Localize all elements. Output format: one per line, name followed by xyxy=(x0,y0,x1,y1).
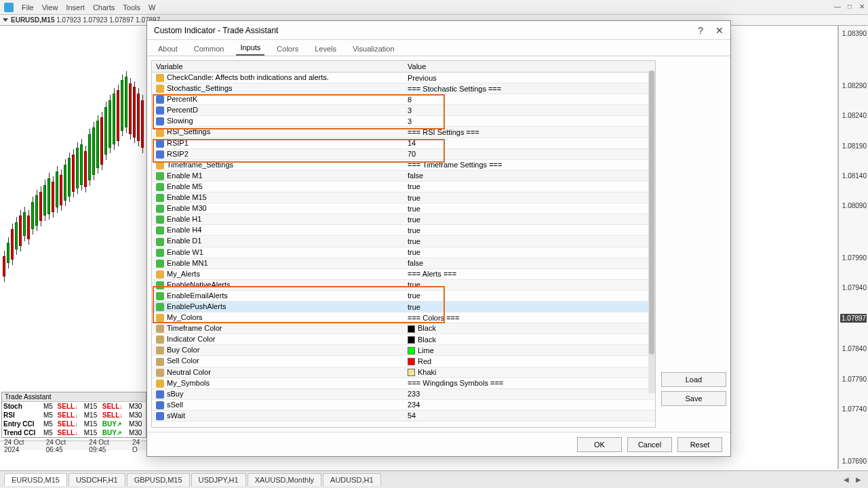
param-row[interactable]: RSI_Settings === RSI Settings === xyxy=(152,127,655,138)
type-icon xyxy=(156,346,164,354)
type-icon xyxy=(156,194,164,202)
tab-xauusd-monthly[interactable]: XAUUSD,Monthly xyxy=(248,473,321,486)
type-icon xyxy=(156,216,164,224)
param-row[interactable]: EnablePushAlerts true xyxy=(152,301,655,312)
type-icon xyxy=(156,380,164,388)
maximize-icon[interactable]: □ xyxy=(844,0,856,12)
menu-tools[interactable]: Tools xyxy=(123,3,140,12)
type-icon xyxy=(156,292,164,300)
param-row[interactable]: Stochastic_Settings === Stochastic Setti… xyxy=(152,83,655,94)
reset-button[interactable]: Reset xyxy=(677,437,722,452)
main-menubar: FileViewInsertChartsToolsW xyxy=(0,0,868,15)
cancel-button[interactable]: Cancel xyxy=(627,437,672,452)
type-icon xyxy=(156,358,164,366)
symbol-label: EURUSD,M15 xyxy=(11,16,54,24)
type-icon xyxy=(156,325,164,333)
param-row[interactable]: PercentK 8 xyxy=(152,94,655,105)
param-row[interactable]: Enable M30 true xyxy=(152,203,655,214)
type-icon xyxy=(156,281,164,289)
minimize-icon[interactable]: — xyxy=(831,0,844,12)
type-icon xyxy=(156,85,164,93)
dlgtab-inputs[interactable]: Inputs xyxy=(236,41,264,56)
col-value[interactable]: Value xyxy=(403,61,655,73)
param-row[interactable]: Indicator Color Black xyxy=(152,334,655,345)
dlgtab-visualization[interactable]: Visualization xyxy=(349,42,399,56)
tab-scroll-right-icon[interactable]: ▶ xyxy=(853,474,864,485)
type-icon xyxy=(156,303,164,311)
save-button[interactable]: Save xyxy=(661,391,726,406)
param-row[interactable]: PercentD 3 xyxy=(152,105,655,116)
dropdown-icon[interactable] xyxy=(3,18,8,22)
param-row[interactable]: sWait 54 xyxy=(152,410,655,421)
type-icon xyxy=(156,238,164,246)
dlgtab-colors[interactable]: Colors xyxy=(273,42,302,56)
param-row[interactable]: My_Colors === Colors === xyxy=(152,312,655,323)
tab-usdjpy-h1[interactable]: USDJPY,H1 xyxy=(191,473,246,486)
dlgtab-common[interactable]: Common xyxy=(190,42,229,56)
menu-charts[interactable]: Charts xyxy=(93,3,115,12)
y-axis: 1.083901.082901.082401.081901.081401.080… xyxy=(838,26,868,469)
param-row[interactable]: Neutral Color Khaki xyxy=(152,367,655,378)
menu-view[interactable]: View xyxy=(42,3,58,12)
indicator-panel-title: Trade Assistant xyxy=(2,392,146,402)
param-row[interactable]: RSIP1 14 xyxy=(152,138,655,148)
tab-usdchf-h1[interactable]: USDCHF,H1 xyxy=(68,473,125,486)
dialog-titlebar[interactable]: Custom Indicator - Trade Assistant ? ✕ xyxy=(147,21,730,40)
menu-insert[interactable]: Insert xyxy=(66,3,85,12)
type-icon xyxy=(156,401,164,409)
type-icon xyxy=(156,172,164,180)
param-row[interactable]: EnableNativeAlerts true xyxy=(152,279,655,290)
param-row[interactable]: sBuy 233 xyxy=(152,388,655,399)
dialog-title: Custom Indicator - Trade Assistant xyxy=(154,26,278,35)
menu-w[interactable]: W xyxy=(149,3,155,12)
indicator-dialog: Custom Indicator - Trade Assistant ? ✕ A… xyxy=(146,20,731,457)
param-row[interactable]: Enable H1 true xyxy=(152,214,655,225)
scrollbar[interactable] xyxy=(648,70,655,393)
param-row[interactable]: Timeframe Color Black xyxy=(152,323,655,334)
indicator-row: Trend CCI M5SELL M15BUY M30 xyxy=(2,428,146,437)
type-icon xyxy=(156,96,164,104)
window-controls: — □ ✕ xyxy=(831,0,868,12)
type-icon xyxy=(156,161,164,169)
dlgtab-levels[interactable]: Levels xyxy=(311,42,340,56)
tab-audusd-h1[interactable]: AUDUSD,H1 xyxy=(323,473,381,486)
param-row[interactable]: Enable H4 true xyxy=(152,225,655,236)
dlgtab-about[interactable]: About xyxy=(154,42,182,56)
param-row[interactable]: Timeframe_Settings === Timeframe Setting… xyxy=(152,159,655,170)
param-row[interactable]: My_Symbols === Wingdings Symbols === xyxy=(152,378,655,388)
param-row[interactable]: sSell 234 xyxy=(152,399,655,410)
param-row[interactable]: Sell Color Red xyxy=(152,356,655,367)
param-row[interactable]: Enable W1 true xyxy=(152,247,655,258)
tab-eurusd-m15[interactable]: EURUSD,M15 xyxy=(4,473,67,486)
col-variable[interactable]: Variable xyxy=(152,61,403,73)
param-row[interactable]: EnableEmailAlerts true xyxy=(152,290,655,301)
param-row[interactable]: Enable M5 true xyxy=(152,181,655,192)
type-icon xyxy=(156,369,164,377)
param-row[interactable]: Enable MN1 false xyxy=(152,258,655,268)
indicator-row: Entry CCI M5SELL M15BUY M30 xyxy=(2,420,146,428)
inputs-grid: Variable Value CheckCandle: Affects both… xyxy=(151,60,656,428)
param-row[interactable]: Enable M15 true xyxy=(152,192,655,203)
load-button[interactable]: Load xyxy=(661,372,726,387)
type-icon xyxy=(156,412,164,420)
param-row[interactable]: Enable D1 true xyxy=(152,236,655,247)
param-row[interactable]: Slowing 3 xyxy=(152,116,655,127)
current-price-tag: 1.07897 xyxy=(840,314,867,323)
close-window-icon[interactable]: ✕ xyxy=(856,0,868,12)
ok-button[interactable]: OK xyxy=(577,437,622,452)
param-row[interactable]: My_Alerts === Alerts === xyxy=(152,268,655,279)
help-icon[interactable]: ? xyxy=(698,25,703,36)
param-row[interactable]: RSIP2 70 xyxy=(152,148,655,159)
type-icon xyxy=(156,106,164,115)
tab-scroll-left-icon[interactable]: ◀ xyxy=(841,474,852,485)
dialog-tabs: AboutCommonInputsColorsLevelsVisualizati… xyxy=(147,40,730,56)
tab-gbpusd-m15[interactable]: GBPUSD,M15 xyxy=(127,473,190,486)
menu-file[interactable]: File xyxy=(22,3,34,12)
close-icon[interactable]: ✕ xyxy=(715,25,724,36)
param-row[interactable]: Enable M1 false xyxy=(152,170,655,181)
indicator-row: RSI M5SELL M15SELL M30 xyxy=(2,411,146,420)
type-icon xyxy=(156,205,164,213)
type-icon xyxy=(156,74,164,82)
param-row[interactable]: Buy Color Lime xyxy=(152,345,655,356)
param-row[interactable]: CheckCandle: Affects both indications an… xyxy=(152,73,655,83)
